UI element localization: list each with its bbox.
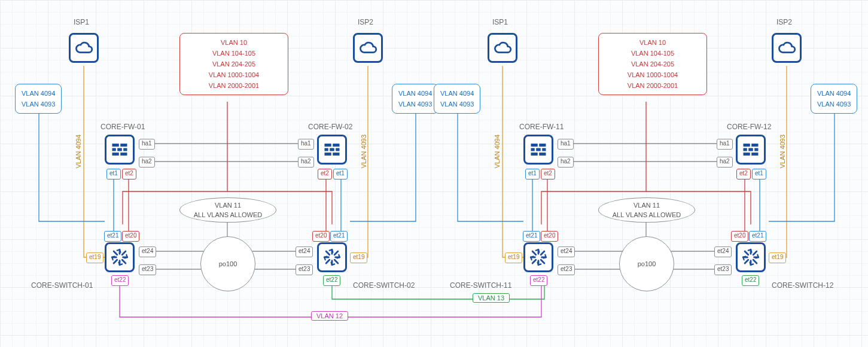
switch-right-label: CORE-SWITCH-02	[353, 281, 415, 290]
port-et1[interactable]: et1	[106, 169, 121, 179]
svg-rect-15	[539, 144, 546, 147]
vlan-line: VLAN 204-205	[186, 59, 282, 69]
port-et23[interactable]: et23	[714, 264, 732, 275]
port-et19[interactable]: et19	[769, 252, 786, 263]
cloud-icon	[75, 39, 93, 57]
port-ha2[interactable]: ha2	[558, 157, 574, 168]
svg-rect-5	[112, 153, 119, 156]
port-et24[interactable]: et24	[558, 246, 575, 257]
port-et22[interactable]: et22	[111, 275, 129, 286]
port-et1[interactable]: et1	[333, 169, 348, 179]
port-ha1[interactable]: ha1	[298, 139, 314, 150]
peer-line1: VLAN 4094	[817, 88, 851, 99]
fw-right2-label: CORE-FW-12	[727, 123, 771, 131]
port-et23[interactable]: et23	[558, 264, 575, 275]
fw-right-label: CORE-FW-02	[308, 123, 352, 131]
vlan-line: VLAN 1000-1004	[186, 69, 282, 80]
peer-vlan-right-b[interactable]: VLAN 4094 VLAN 4093	[811, 84, 857, 114]
switch-left[interactable]	[105, 242, 135, 272]
trunk-label: VLAN 11 ALL VLANS ALLOWED	[179, 197, 276, 223]
switch-left2[interactable]	[523, 242, 553, 272]
uplink-vlan-right: VLAN 4093	[360, 135, 367, 168]
svg-rect-3	[117, 148, 122, 151]
port-et22[interactable]: et22	[742, 275, 759, 286]
svg-rect-7	[325, 144, 331, 147]
svg-rect-26	[744, 153, 750, 156]
isp2b-node[interactable]	[772, 33, 802, 63]
isp2-node[interactable]	[353, 33, 383, 63]
fw-right2[interactable]	[736, 135, 766, 165]
trunk-line2: ALL VLANS ALLOWED	[613, 210, 681, 220]
cloud-icon	[778, 39, 796, 57]
port-et2[interactable]: et2	[541, 169, 555, 179]
fw-left2-label: CORE-FW-11	[519, 123, 564, 131]
svg-rect-13	[333, 153, 339, 156]
vlan-line: VLAN 1000-1004	[605, 69, 701, 80]
svg-rect-19	[531, 153, 538, 156]
svg-rect-20	[539, 153, 546, 156]
port-channel-b[interactable]: po100	[619, 236, 674, 291]
port-et20[interactable]: et20	[312, 231, 330, 242]
port-et24[interactable]: et24	[714, 246, 732, 257]
po-label: po100	[219, 259, 237, 269]
isp1-node[interactable]	[69, 33, 99, 63]
port-ha1[interactable]: ha1	[717, 139, 733, 150]
port-ha2[interactable]: ha2	[139, 157, 155, 168]
svg-rect-6	[120, 153, 127, 156]
port-ha1[interactable]: ha1	[558, 139, 574, 150]
port-et2[interactable]: et2	[318, 169, 332, 179]
firewall-icon	[529, 141, 547, 159]
port-et22[interactable]: et22	[323, 275, 340, 286]
fw-right[interactable]	[317, 135, 347, 165]
port-et21[interactable]: et21	[749, 231, 766, 242]
switch-right2[interactable]	[736, 242, 766, 272]
port-et19[interactable]: et19	[505, 252, 522, 263]
trunk-label-b: VLAN 11 ALL VLANS ALLOWED	[598, 197, 695, 223]
link-vlan12[interactable]: VLAN 12	[311, 311, 348, 321]
peer-vlan-left[interactable]: VLAN 4094 VLAN 4093	[15, 84, 62, 114]
port-et20[interactable]: et20	[122, 231, 139, 242]
port-ha2[interactable]: ha2	[298, 157, 314, 168]
port-et22[interactable]: et22	[530, 275, 547, 286]
svg-rect-25	[754, 148, 758, 151]
peer-line2: VLAN 4093	[22, 99, 55, 109]
port-et20[interactable]: et20	[731, 231, 748, 242]
port-et1[interactable]: et1	[525, 169, 540, 179]
port-et23[interactable]: et23	[296, 264, 313, 275]
link-vlan13[interactable]: VLAN 13	[473, 293, 510, 303]
peer-vlan-right[interactable]: VLAN 4094 VLAN 4093	[392, 84, 438, 114]
port-et19[interactable]: et19	[350, 252, 367, 263]
port-et20[interactable]: et20	[541, 231, 558, 242]
port-et21[interactable]: et21	[104, 231, 121, 242]
port-et2[interactable]: et2	[736, 169, 751, 179]
port-et1[interactable]: et1	[752, 169, 766, 179]
port-channel[interactable]: po100	[200, 236, 255, 291]
uplink-vlan-left: VLAN 4094	[75, 135, 82, 168]
svg-rect-14	[531, 144, 538, 147]
fw-left[interactable]	[105, 135, 135, 165]
svg-rect-24	[748, 148, 753, 151]
trunk-line1: VLAN 11	[634, 200, 660, 210]
switch-right[interactable]	[317, 242, 347, 272]
downlink-vlans[interactable]: VLAN 10 VLAN 104-105 VLAN 204-205 VLAN 1…	[179, 33, 288, 95]
port-et23[interactable]: et23	[139, 264, 156, 275]
isp2-label: ISP2	[358, 18, 373, 26]
fw-left2[interactable]	[523, 135, 553, 165]
port-et24[interactable]: et24	[296, 246, 313, 257]
downlink-vlans-b[interactable]: VLAN 10 VLAN 104-105 VLAN 204-205 VLAN 1…	[598, 33, 707, 95]
port-et21[interactable]: et21	[523, 231, 540, 242]
port-ha2[interactable]: ha2	[717, 157, 733, 168]
vlan-line: VLAN 2000-2001	[186, 80, 282, 91]
fw-left-label: CORE-FW-01	[100, 123, 145, 131]
port-et19[interactable]: et19	[86, 252, 103, 263]
peer-line2: VLAN 4093	[817, 99, 851, 109]
peer-line1: VLAN 4094	[22, 88, 55, 99]
port-et2[interactable]: et2	[122, 169, 136, 179]
port-ha1[interactable]: ha1	[139, 139, 155, 150]
peer-vlan-left-b[interactable]: VLAN 4094 VLAN 4093	[434, 84, 480, 114]
isp1b-node[interactable]	[488, 33, 517, 63]
port-et24[interactable]: et24	[139, 246, 156, 257]
port-et21[interactable]: et21	[330, 231, 348, 242]
svg-rect-16	[531, 148, 535, 151]
uplink-vlan-right-b: VLAN 4093	[779, 135, 786, 168]
